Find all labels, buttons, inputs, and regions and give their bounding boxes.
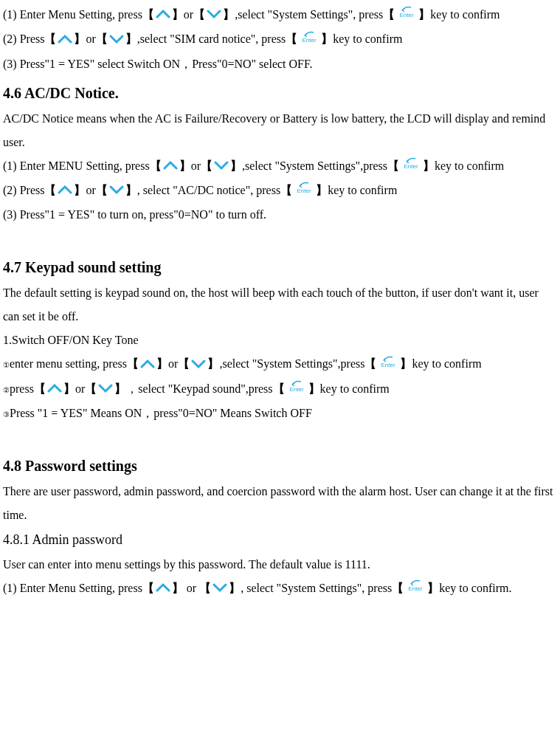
text: (2) Press [3,32,44,45]
bracket-close: 】 [418,8,430,21]
bracket-open: 【 [44,184,56,196]
bracket-open: 【 [201,159,212,172]
text: key to confirm [328,184,397,196]
sec47-intro: The default setting is keypad sound on, … [3,281,557,328]
svg-text:Enter: Enter [409,585,423,592]
up-arrow-icon [163,155,178,179]
bracket-open: 【 [387,159,399,172]
bracket-open: 【 [150,159,162,172]
enter-icon: Enter [294,179,314,203]
bracket-close: 】 [230,159,242,172]
svg-text:Enter: Enter [404,163,418,170]
bracket-close: 】 [423,159,435,172]
sec46-title: 4.6 AC/DC Notice. [3,82,557,104]
down-arrow-icon [191,354,206,377]
bracket-open: 【 [85,382,97,395]
text: Press "1 = YES" Means ON，press"0=NO" Mea… [10,407,312,419]
bracket-open: 【 [383,8,395,21]
sec47-step2: ②press【】or【】，select "Keypad sound",press… [3,377,557,402]
bracket-close: 】 [207,357,219,370]
text: key to confirm. [439,582,511,594]
bracket-open: 【 [273,382,285,395]
text: ,select "System Settings", press [235,8,383,21]
down-arrow-icon [214,155,229,179]
circled-2-icon: ② [3,383,10,398]
bracket-close: 】 [427,582,439,594]
sec48-title: 4.8 Password settings [3,455,557,477]
text: or [86,32,95,45]
down-arrow-icon [207,4,221,27]
enter-icon: Enter [286,378,307,402]
sec46-step3: (3) Press"1 = YES" to turn on, press"0=N… [3,203,557,227]
bracket-open: 【 [44,32,56,45]
text: or [75,382,85,395]
up-arrow-icon [156,577,170,601]
circled-3-icon: ③ [3,407,10,422]
bracket-open: 【 [142,8,154,21]
bracket-open: 【 [193,8,205,21]
text: ，select "Keypad sound",press [126,382,272,395]
bracket-open: 【 [280,184,292,196]
text: (1) Enter Menu Setting, press [3,8,142,21]
sec47-title: 4.7 Keypad sound setting [3,256,557,278]
bracket-open: 【 [392,582,404,594]
sec46-intro: AC/DC Notice means when the AC is Failur… [3,107,557,154]
svg-text:Enter: Enter [400,12,414,18]
bracket-close: 】 [156,357,168,370]
sec45-step3: (3) Press"1 = YES" select Switch ON，Pres… [3,52,557,76]
up-arrow-icon [47,378,62,402]
bracket-close: 】 [179,159,191,172]
bracket-close: 】 [321,32,333,45]
text: , select "AC/DC notice", press [137,184,280,196]
sec48-step1: (1) Enter Menu Setting, press【】 or 【】, s… [3,577,557,601]
bracket-open: 【 [127,357,139,370]
down-arrow-icon [212,577,227,601]
bracket-close: 】 [74,32,86,45]
text: , select "System Settings", press [241,582,392,594]
bracket-close: 】 [125,184,137,196]
sec46-step1: (1) Enter MENU Setting, press【】or【】,sele… [3,154,557,179]
sec45-step1: (1) Enter Menu Setting, press【】or【】,sele… [3,3,557,27]
text: ,select "SIM card notice", press [137,32,286,45]
enter-icon: Enter [401,155,421,179]
text: or [191,159,201,172]
up-arrow-icon [58,179,72,203]
bracket-close: 】 [229,582,241,594]
sec47-sub1: 1.Switch OFF/ON Key Tone [3,328,557,352]
text: (2) Press [3,184,44,196]
text: or [184,582,199,594]
text: key to confirm [320,382,390,395]
down-arrow-icon [109,179,124,203]
bracket-close: 】 [400,357,412,370]
text: (1) Enter MENU Setting, press [3,159,150,172]
bracket-close: 】 [63,382,75,395]
bracket-open: 【 [178,357,190,370]
sec46-step2: (2) Press【】or【】, select "AC/DC notice", … [3,179,557,203]
text: or [86,184,95,196]
bracket-close: 】 [114,382,126,395]
svg-text:Enter: Enter [289,386,303,393]
bracket-close: 】 [125,32,137,45]
bracket-open: 【 [34,382,46,395]
text: key to confirm [333,32,402,45]
bracket-open: 【 [96,184,108,196]
down-arrow-icon [109,29,124,52]
text: enter menu setting, press [10,357,127,370]
svg-text:Enter: Enter [303,37,317,44]
bracket-close: 】 [172,582,184,594]
up-arrow-icon [58,29,72,52]
bracket-close: 】 [316,184,328,196]
sec481-title: 4.8.1 Admin password [3,530,557,550]
text: ,select "System Settings",press [242,159,387,172]
text: press [10,382,34,395]
enter-icon: Enter [378,354,398,377]
text: key to confirm [430,8,499,21]
sec48-intro: There are user password, admin password,… [3,480,557,527]
sec481-intro: User can enter into menu settings by thi… [3,553,557,577]
up-arrow-icon [140,354,155,377]
bracket-close: 】 [172,8,184,21]
svg-text:Enter: Enter [297,188,311,194]
enter-icon: Enter [405,577,426,601]
bracket-open: 【 [142,582,154,594]
up-arrow-icon [156,4,170,27]
